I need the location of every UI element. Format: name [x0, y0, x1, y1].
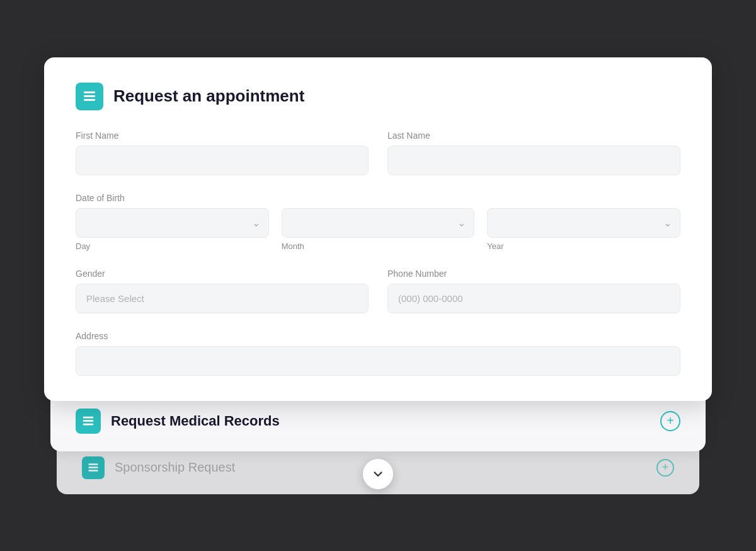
svg-rect-0	[84, 91, 95, 93]
scroll-down-button[interactable]	[363, 459, 393, 489]
day-select[interactable]	[76, 208, 269, 238]
gender-label: Gender	[76, 269, 369, 279]
add-medical-records-button[interactable]: +	[660, 411, 680, 431]
svg-rect-4	[83, 420, 94, 422]
svg-rect-5	[83, 423, 94, 425]
last-name-input[interactable]	[387, 146, 680, 175]
month-group: ⌄ Month	[282, 208, 475, 251]
svg-rect-2	[84, 99, 95, 101]
phone-label: Phone Number	[387, 269, 680, 279]
dob-row: ⌄ Day ⌄ Month	[76, 208, 680, 251]
gender-input[interactable]	[76, 284, 369, 313]
appointment-card: Request an appointment First Name Last N…	[44, 57, 712, 401]
address-label: Address	[76, 331, 680, 341]
page-title: Request an appointment	[113, 86, 304, 106]
name-row: First Name Last Name	[76, 130, 680, 175]
medical-records-title: Request Medical Records	[111, 413, 280, 429]
address-input[interactable]	[76, 346, 680, 376]
month-select-wrapper: ⌄	[282, 208, 475, 238]
day-group: ⌄ Day	[76, 208, 269, 251]
phone-input[interactable]	[387, 284, 680, 313]
phone-group: Phone Number	[387, 269, 680, 313]
month-select[interactable]	[282, 208, 475, 238]
first-name-input[interactable]	[76, 146, 369, 175]
svg-rect-3	[83, 416, 94, 418]
medical-records-icon	[76, 409, 101, 434]
last-name-label: Last Name	[387, 130, 680, 141]
year-select[interactable]	[487, 208, 680, 238]
svg-rect-7	[89, 467, 98, 468]
last-name-group: Last Name	[387, 130, 680, 175]
dob-label: Date of Birth	[76, 193, 680, 203]
year-select-wrapper: ⌄	[487, 208, 680, 238]
address-group: Address	[76, 331, 680, 376]
first-name-label: First Name	[76, 130, 369, 141]
day-select-wrapper: ⌄	[76, 208, 269, 238]
svg-rect-1	[84, 95, 95, 97]
day-sublabel: Day	[76, 241, 269, 251]
month-sublabel: Month	[282, 241, 475, 251]
medical-records-left: Request Medical Records	[76, 409, 280, 434]
add-sponsorship-button[interactable]: +	[656, 459, 674, 477]
dob-group: Date of Birth ⌄ Day	[76, 193, 680, 256]
form-icon	[76, 83, 103, 110]
gender-phone-row: Gender Phone Number	[76, 269, 680, 313]
svg-rect-8	[89, 470, 98, 472]
year-sublabel: Year	[487, 241, 680, 251]
gender-group: Gender	[76, 269, 369, 313]
first-name-group: First Name	[76, 130, 369, 175]
svg-rect-6	[89, 463, 98, 465]
card-header: Request an appointment	[76, 83, 680, 110]
sponsorship-icon	[82, 456, 105, 479]
year-group: ⌄ Year	[487, 208, 680, 251]
